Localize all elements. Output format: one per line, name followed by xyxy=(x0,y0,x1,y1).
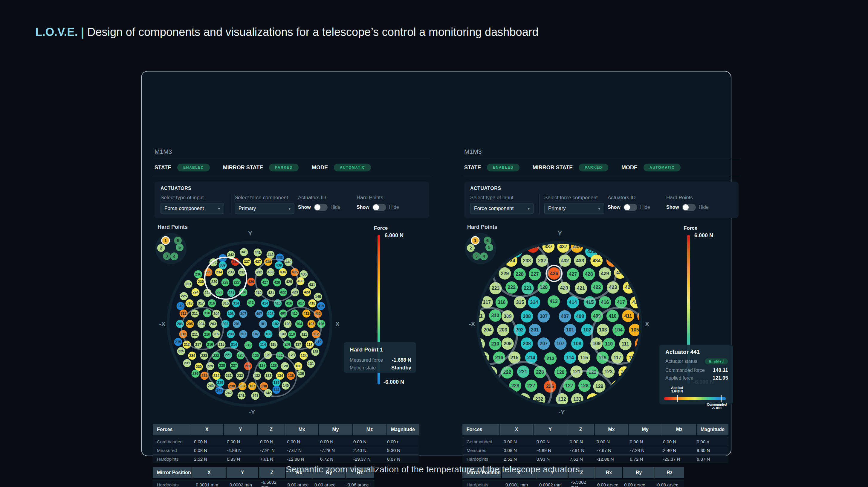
actuator-340[interactable] xyxy=(497,241,509,253)
actuator-237[interactable] xyxy=(536,407,549,420)
actuator-442[interactable] xyxy=(574,231,586,244)
actuator-231[interactable] xyxy=(462,376,474,389)
actuator-206[interactable] xyxy=(462,324,465,336)
actuator-label: 341 xyxy=(540,231,549,236)
hard-points-toggle[interactable] xyxy=(682,204,696,211)
actuator-label: 314 xyxy=(530,300,538,305)
actuator-235[interactable] xyxy=(486,393,498,405)
actuator-319[interactable] xyxy=(462,300,466,312)
mirror-plot[interactable]: 3433423414414424433403393383374374384394… xyxy=(462,227,656,421)
actuators-id-toggle-row: Show Hide xyxy=(608,204,650,211)
mirror-plot[interactable]: 3433423414414424433403393383374374384394… xyxy=(153,227,346,421)
cell-value: 0.0001 mm xyxy=(501,480,535,487)
actuator-label: 437 xyxy=(255,260,261,264)
actuator-243[interactable] xyxy=(505,413,518,421)
actuator-225[interactable] xyxy=(462,287,470,299)
actuator-218[interactable] xyxy=(462,351,474,364)
actuator-234[interactable] xyxy=(501,393,514,405)
mode-label: MODE xyxy=(312,165,328,171)
actuator-212[interactable] xyxy=(462,338,469,350)
actuator-318[interactable] xyxy=(465,296,478,308)
actuator-label: 239 xyxy=(217,380,223,385)
hard-point-legend-label: 4 xyxy=(173,254,176,259)
hard-points-toggle[interactable] xyxy=(372,204,386,211)
actuator-label: 230 xyxy=(198,280,204,284)
actuator-label: 241 xyxy=(239,393,245,398)
force-component-select[interactable]: Primary ▾ xyxy=(235,203,294,214)
actuator-label: 429 xyxy=(601,271,609,276)
actuator-138[interactable] xyxy=(565,407,578,420)
actuator-136[interactable] xyxy=(615,391,627,403)
actuator-242[interactable] xyxy=(518,417,530,421)
actuator-231[interactable] xyxy=(464,270,476,283)
actuator-241[interactable] xyxy=(535,420,547,421)
actuator-label: 225 xyxy=(181,294,187,298)
mirror-state-label: MIRROR STATE xyxy=(533,165,573,171)
actuator-419[interactable] xyxy=(642,300,654,312)
actuator-label: 125 xyxy=(312,350,318,354)
cell-value: 0.0002 mm xyxy=(535,480,567,487)
actuator-135[interactable] xyxy=(601,393,613,405)
actuator-343[interactable] xyxy=(510,236,522,248)
input-type-select[interactable]: Force component ▾ xyxy=(470,203,533,214)
divider xyxy=(230,194,230,214)
actuator-140[interactable] xyxy=(594,406,607,419)
hard-point-legend-label: 6 xyxy=(177,238,179,243)
force-component-select[interactable]: Primary ▾ xyxy=(544,203,604,214)
cell-value: 0.00 n xyxy=(692,437,724,446)
actuator-440[interactable] xyxy=(598,241,610,253)
actuators-section-title: ACTUATORS xyxy=(470,186,501,191)
cell-value: 0.00 N xyxy=(256,437,283,446)
actuator-label: 221 xyxy=(519,369,527,374)
actuators-id-toggle[interactable] xyxy=(314,204,328,211)
cell-value: 9.30 N xyxy=(383,446,414,454)
actuator-label: 225 xyxy=(178,349,184,353)
column-header: Magnitude xyxy=(387,424,419,435)
actuator-239[interactable] xyxy=(507,402,519,414)
actuator-143[interactable] xyxy=(582,412,594,421)
force-max-label: 6.000 N xyxy=(694,232,713,239)
actuator-342[interactable] xyxy=(521,231,533,244)
actuator-125[interactable] xyxy=(634,361,646,373)
actuator-label: 143 xyxy=(584,416,592,421)
hard-points-toggle-row: Show Hide xyxy=(356,204,399,211)
force-component-value: Primary xyxy=(548,205,566,211)
actuator-224[interactable] xyxy=(469,367,481,379)
actuator-label: 342 xyxy=(523,235,531,240)
actuator-label: 237 xyxy=(538,411,547,416)
actuator-238[interactable] xyxy=(522,407,534,420)
actuator-label: 318 xyxy=(187,301,192,306)
actuator-443[interactable] xyxy=(586,235,599,247)
hard-point-legend-label: 2 xyxy=(470,246,472,250)
actuator-label: 224 xyxy=(192,290,198,294)
actuator-141[interactable] xyxy=(554,420,566,421)
actuator-119[interactable] xyxy=(639,348,651,360)
actuator-341[interactable] xyxy=(538,228,551,240)
actuator-236[interactable] xyxy=(473,391,486,403)
actuator-label: 221 xyxy=(228,291,234,295)
input-type-select[interactable]: Force component ▾ xyxy=(160,203,224,214)
actuator-label: 229 xyxy=(211,280,217,284)
actuator-label: 434 xyxy=(280,270,286,274)
actuator-139[interactable] xyxy=(582,402,594,414)
applied-force-label: Applied force xyxy=(665,375,693,381)
table-row: Commanded0.00 N0.00 N0.00 N0.00 N0.00 N0… xyxy=(462,437,728,446)
actuator-145[interactable] xyxy=(638,287,650,300)
actuators-id-toggle[interactable] xyxy=(623,204,637,211)
hard-point-legend-label: 4 xyxy=(483,254,485,259)
actuator-label: 135 xyxy=(603,397,612,402)
actuator-label: 120 xyxy=(557,370,565,375)
actuator-label: 239 xyxy=(509,406,517,411)
chevron-down-icon: ▾ xyxy=(288,206,290,211)
actuator-131[interactable] xyxy=(628,377,640,390)
mirror-state-badge: PARKED xyxy=(579,164,608,171)
actuator-142[interactable] xyxy=(571,417,583,421)
actuator-label: 211 xyxy=(192,332,198,337)
actuator-240[interactable] xyxy=(494,407,506,419)
actuator-230[interactable] xyxy=(478,381,490,393)
cell-value: -6.5002 mm xyxy=(257,480,283,487)
actuator-436[interactable] xyxy=(618,257,631,269)
actuator-431[interactable] xyxy=(630,271,642,284)
actuator-label: 225 xyxy=(462,364,464,369)
actuator-225[interactable] xyxy=(462,360,467,372)
